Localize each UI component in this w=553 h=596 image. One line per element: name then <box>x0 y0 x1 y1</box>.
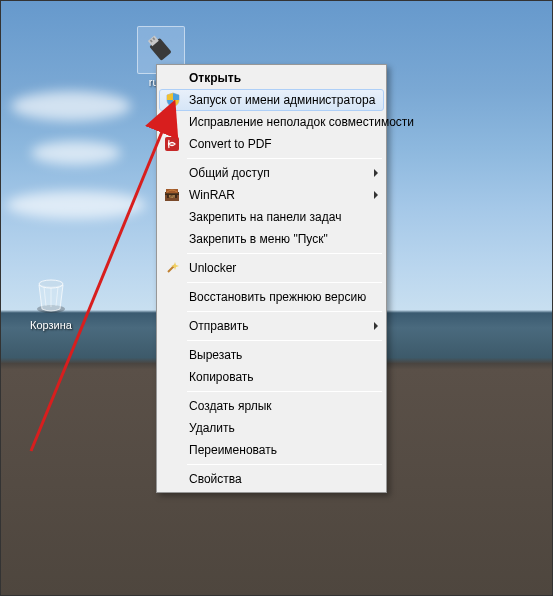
menu-item-properties[interactable]: Свойства <box>159 468 384 490</box>
menu-separator <box>187 311 382 312</box>
menu-item-convert-pdf[interactable]: Convert to PDF <box>159 133 384 155</box>
menu-item-copy[interactable]: Копировать <box>159 366 384 388</box>
menu-item-label: Unlocker <box>189 261 236 275</box>
menu-item-label: Закрепить на панели задач <box>189 210 341 224</box>
pdf-icon <box>164 136 180 152</box>
context-menu: Открыть Запуск от имени администратора И… <box>156 64 387 493</box>
menu-item-rename[interactable]: Переименовать <box>159 439 384 461</box>
menu-separator <box>187 282 382 283</box>
menu-item-open[interactable]: Открыть <box>159 67 384 89</box>
svg-point-5 <box>39 280 63 288</box>
menu-item-winrar[interactable]: RAR WinRAR <box>159 184 384 206</box>
svg-text:RAR: RAR <box>169 195 176 199</box>
menu-item-label: WinRAR <box>189 188 235 202</box>
wand-icon <box>164 260 180 276</box>
desktop-icon-label: Корзина <box>21 319 81 331</box>
menu-item-label: Восстановить прежнюю версию <box>189 290 366 304</box>
menu-item-label: Свойства <box>189 472 242 486</box>
menu-item-delete[interactable]: Удалить <box>159 417 384 439</box>
menu-item-label: Convert to PDF <box>189 137 272 151</box>
menu-item-label: Вырезать <box>189 348 242 362</box>
desktop-icon-trash[interactable]: Корзина <box>21 269 81 331</box>
menu-separator <box>187 464 382 465</box>
menu-item-label: Создать ярлык <box>189 399 272 413</box>
menu-separator <box>187 391 382 392</box>
menu-separator <box>187 340 382 341</box>
svg-rect-6 <box>165 137 179 151</box>
menu-separator <box>187 158 382 159</box>
chevron-right-icon <box>374 191 378 199</box>
menu-item-label: Отправить <box>189 319 249 333</box>
desktop[interactable]: rufus Корзина Открыть <box>1 1 552 595</box>
menu-item-label: Открыть <box>189 71 241 85</box>
menu-item-compat[interactable]: Исправление неполадок совместимости <box>159 111 384 133</box>
menu-item-label: Копировать <box>189 370 254 384</box>
menu-item-label: Переименовать <box>189 443 277 457</box>
shield-icon <box>165 92 181 108</box>
menu-item-label: Общий доступ <box>189 166 270 180</box>
menu-item-share[interactable]: Общий доступ <box>159 162 384 184</box>
chevron-right-icon <box>374 169 378 177</box>
menu-item-shortcut[interactable]: Создать ярлык <box>159 395 384 417</box>
menu-item-run-as-admin[interactable]: Запуск от имени администратора <box>159 89 384 111</box>
menu-item-pin-taskbar[interactable]: Закрепить на панели задач <box>159 206 384 228</box>
menu-separator <box>187 253 382 254</box>
menu-item-pin-start[interactable]: Закрепить в меню "Пуск" <box>159 228 384 250</box>
menu-item-label: Закрепить в меню "Пуск" <box>189 232 328 246</box>
menu-item-cut[interactable]: Вырезать <box>159 344 384 366</box>
winrar-icon: RAR <box>164 187 180 203</box>
menu-item-label: Запуск от имени администратора <box>189 93 375 107</box>
menu-item-unlocker[interactable]: Unlocker <box>159 257 384 279</box>
menu-item-send-to[interactable]: Отправить <box>159 315 384 337</box>
trash-icon <box>27 269 75 317</box>
chevron-right-icon <box>374 322 378 330</box>
menu-item-restore[interactable]: Восстановить прежнюю версию <box>159 286 384 308</box>
menu-item-label: Удалить <box>189 421 235 435</box>
menu-item-label: Исправление неполадок совместимости <box>189 115 414 129</box>
